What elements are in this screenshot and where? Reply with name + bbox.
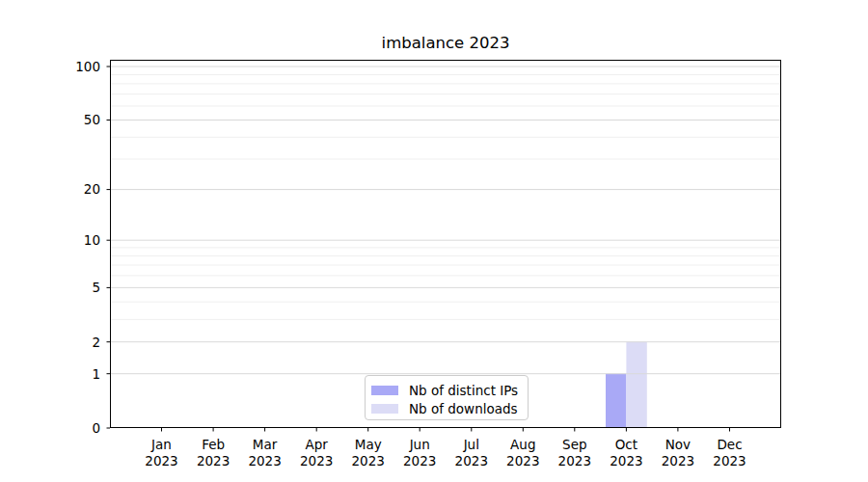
- legend-item-distinct-ips: Nb of distinct IPs: [371, 381, 528, 399]
- x-tick-label-month: Jun: [409, 437, 430, 452]
- legend-label-downloads: Nb of downloads: [409, 401, 518, 416]
- x-tick-label-month: Nov: [665, 437, 691, 452]
- x-tick-label-year: 2023: [610, 453, 642, 469]
- y-tick-label: 50: [84, 112, 100, 127]
- x-tick-label-month: Sep: [562, 437, 586, 452]
- y-tick-label: 10: [84, 232, 100, 248]
- x-tick-label-month: Aug: [510, 437, 535, 452]
- bars-layer: [606, 342, 647, 428]
- x-tick-label-month: Feb: [202, 437, 225, 452]
- y-tick-label: 0: [92, 420, 100, 436]
- x-tick-label-month: May: [355, 437, 382, 452]
- x-tick-label-month: Jan: [150, 437, 172, 452]
- x-tick-label-month: Oct: [615, 437, 637, 452]
- x-tick-label-year: 2023: [197, 453, 230, 469]
- x-tick-label-year: 2023: [662, 453, 694, 469]
- y-tick-label: 2: [92, 335, 100, 350]
- y-axis: 0125102050100: [75, 59, 110, 436]
- x-tick-label-month: Jul: [463, 437, 479, 452]
- x-tick-label-year: 2023: [145, 453, 177, 469]
- y-tick-label: 5: [92, 280, 100, 295]
- x-tick-label-month: Mar: [253, 437, 278, 452]
- axes-spines: [111, 61, 781, 428]
- x-tick-label-year: 2023: [352, 453, 385, 469]
- legend-label-distinct-ips: Nb of distinct IPs: [409, 383, 518, 398]
- x-tick-label-year: 2023: [713, 453, 746, 469]
- figure: imbalance 2023 0125102050100Jan2023Feb20…: [0, 0, 868, 482]
- legend-swatch-downloads-icon: [371, 404, 398, 414]
- x-tick-label-year: 2023: [248, 453, 281, 469]
- x-tick-label-year: 2023: [300, 453, 333, 469]
- legend: Nb of distinct IPs Nb of downloads: [365, 375, 529, 420]
- gridlines-layer: [110, 67, 781, 374]
- bar-oct-series0: [606, 374, 626, 428]
- y-tick-label: 100: [75, 59, 100, 74]
- bar-oct-series1: [626, 342, 646, 428]
- legend-swatch-distinct-ips-icon: [371, 386, 398, 395]
- x-tick-label-year: 2023: [558, 453, 591, 469]
- y-tick-label: 1: [92, 366, 100, 382]
- y-tick-label: 20: [84, 181, 100, 197]
- x-tick-label-month: Apr: [306, 437, 329, 452]
- x-tick-label-year: 2023: [506, 453, 539, 469]
- x-tick-label-year: 2023: [455, 453, 488, 469]
- x-tick-label-year: 2023: [403, 453, 436, 469]
- legend-item-downloads: Nb of downloads: [371, 399, 528, 417]
- x-axis: Jan2023Feb2023Mar2023Apr2023May2023Jun20…: [145, 428, 746, 469]
- x-tick-label-month: Dec: [717, 437, 742, 452]
